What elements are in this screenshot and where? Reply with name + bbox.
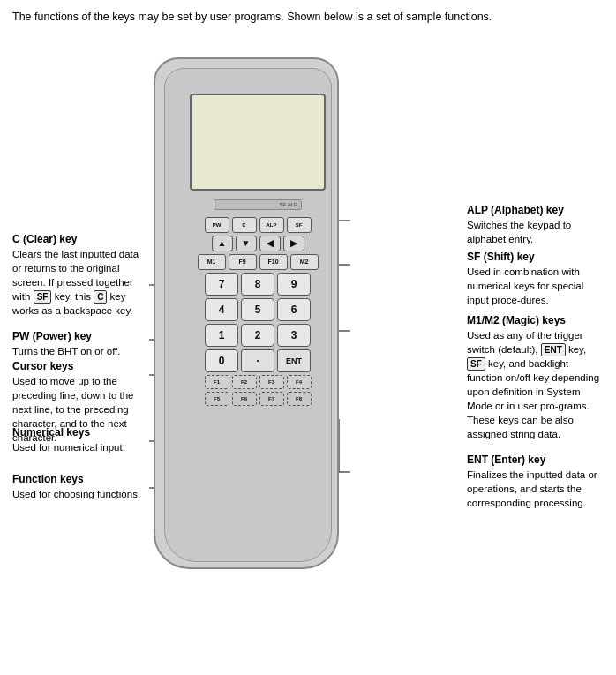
indicator-label: SF ALP [280, 202, 297, 207]
key-row-0dotent: 0 · ENT [183, 349, 333, 372]
device-screen [190, 94, 326, 191]
annotation-cursor-title: Cursor keys [12, 359, 146, 374]
annotation-pw-key: PW (Power) key Turns the BHT on or off. [12, 329, 146, 358]
annotation-pw-title: PW (Power) key [12, 329, 146, 344]
keypad-area: PW C ALP SF ▲ ▼ ◀ ▶ M1 F9 [183, 217, 333, 409]
device-inner-body: SF ALP PW C ALP SF ▲ ▼ ◀ [164, 68, 332, 562]
key-row-pwcalpsf: PW C ALP SF [183, 217, 333, 233]
key-1[interactable]: 1 [205, 324, 238, 347]
key-dot[interactable]: · [241, 349, 274, 372]
annotation-numerical-keys: Numerical keys Used for numerical input. [12, 425, 146, 454]
diagram-area: SF ALP PW C ALP SF ▲ ▼ ◀ [12, 40, 604, 613]
annotation-m1m2-body: Used as any of the trigger switch (defau… [467, 328, 604, 442]
device-illustration: SF ALP PW C ALP SF ▲ ▼ ◀ [154, 57, 339, 569]
key-3[interactable]: 3 [277, 324, 311, 347]
key-f1[interactable]: F1 [205, 375, 229, 389]
key-f2[interactable]: F2 [232, 375, 257, 389]
key-0[interactable]: 0 [205, 349, 238, 372]
key-row-f1f2f3f4: F1 F2 F3 F4 [183, 375, 333, 389]
annotation-numerical-body: Used for numerical input. [12, 440, 146, 454]
key-up[interactable]: ▲ [212, 236, 233, 251]
key-7[interactable]: 7 [205, 273, 238, 296]
annotation-c-key: C (Clear) key Clears the last inputted d… [12, 232, 146, 318]
annotation-sf-body: Used in combination with numerical keys … [467, 265, 604, 307]
c-inline-key: C [94, 290, 107, 304]
annotation-ent-title: ENT (Enter) key [467, 453, 604, 468]
annotation-function-title: Function keys [12, 472, 146, 487]
key-row-arrows: ▲ ▼ ◀ ▶ [183, 236, 333, 251]
indicator-bar: SF ALP [214, 199, 302, 210]
key-5[interactable]: 5 [241, 298, 274, 321]
sf-inline-key: SF [34, 290, 52, 304]
key-6[interactable]: 6 [277, 298, 311, 321]
annotation-c-title: C (Clear) key [12, 232, 146, 247]
key-2[interactable]: 2 [241, 324, 274, 347]
key-f7[interactable]: F7 [259, 392, 284, 406]
key-sf[interactable]: SF [287, 217, 312, 233]
key-row-123: 1 2 3 [183, 324, 333, 347]
annotation-m1m2-title: M1/M2 (Magic) keys [467, 313, 604, 328]
annotation-c-body: Clears the last inputted data or returns… [12, 247, 146, 318]
key-c[interactable]: C [232, 217, 257, 233]
key-4[interactable]: 4 [205, 298, 238, 321]
key-down[interactable]: ▼ [236, 236, 257, 251]
key-f3[interactable]: F3 [259, 375, 284, 389]
key-f8[interactable]: F8 [287, 392, 312, 406]
key-alp[interactable]: ALP [259, 217, 284, 233]
intro-paragraph: The functions of the keys may be set by … [12, 9, 604, 26]
key-8[interactable]: 8 [241, 273, 274, 296]
key-row-456: 4 5 6 [183, 298, 333, 321]
annotation-function-keys: Function keys Used for choosing function… [12, 472, 146, 501]
key-row-f5f6f7f8: F5 F6 F7 F8 [183, 392, 333, 406]
annotation-pw-body: Turns the BHT on or off. [12, 344, 146, 358]
annotation-alp-key: ALP (Alphabet) key Switches the keypad t… [467, 203, 604, 246]
ent-inline-key: ENT [541, 343, 566, 356]
key-9[interactable]: 9 [277, 273, 311, 296]
annotation-numerical-title: Numerical keys [12, 425, 146, 440]
annotation-ent-body: Finalizes the inputted data or operation… [467, 468, 604, 510]
key-right[interactable]: ▶ [283, 236, 304, 251]
key-f9[interactable]: F9 [229, 254, 257, 270]
annotation-alp-body: Switches the keypad to alphabet entry. [467, 218, 604, 246]
annotation-sf-title: SF (Shift) key [467, 250, 604, 265]
annotation-ent-key: ENT (Enter) key Finalizes the inputted d… [467, 453, 604, 510]
key-f6[interactable]: F6 [232, 392, 257, 406]
key-f10[interactable]: F10 [259, 254, 288, 270]
annotation-sf-key: SF (Shift) key Used in combination with … [467, 250, 604, 307]
key-ent[interactable]: ENT [277, 349, 311, 372]
key-f4[interactable]: F4 [287, 375, 312, 389]
key-m2[interactable]: M2 [290, 254, 319, 270]
annotation-function-body: Used for choosing functions. [12, 487, 146, 501]
device-body: SF ALP PW C ALP SF ▲ ▼ ◀ [154, 57, 339, 569]
annotation-alp-title: ALP (Alphabet) key [467, 203, 604, 218]
key-row-m1f9f10m2: M1 F9 F10 M2 [183, 254, 333, 270]
sf-inline-key2: SF [467, 357, 485, 371]
key-left[interactable]: ◀ [259, 236, 281, 251]
key-row-789: 7 8 9 [183, 273, 333, 296]
key-f5[interactable]: F5 [205, 392, 229, 406]
key-m1[interactable]: M1 [198, 254, 226, 270]
annotation-m1m2-keys: M1/M2 (Magic) keys Used as any of the tr… [467, 313, 604, 442]
key-pw[interactable]: PW [205, 217, 229, 233]
